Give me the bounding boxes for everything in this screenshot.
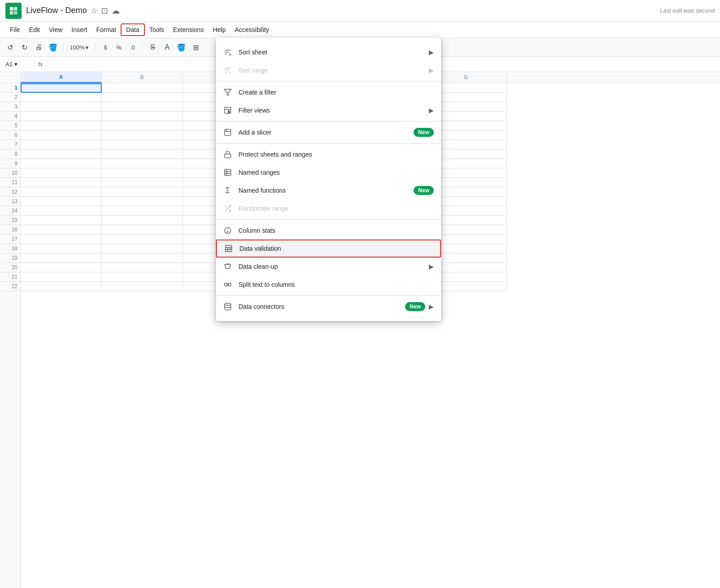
app-icon[interactable]	[5, 3, 22, 19]
svg-point-28	[227, 231, 228, 232]
cell-a22[interactable]	[21, 282, 102, 291]
redo-button[interactable]: ↻	[18, 41, 31, 54]
menu-extensions[interactable]: Extensions	[168, 24, 208, 35]
cell-a2[interactable]	[21, 93, 102, 102]
cell-a13[interactable]	[21, 197, 102, 206]
cell-b5[interactable]	[102, 121, 183, 131]
svg-rect-3	[10, 11, 13, 14]
named-functions-item[interactable]: Σ Named functions New	[216, 181, 441, 199]
cell-b1[interactable]	[102, 83, 183, 93]
menu-edit[interactable]: Edit	[25, 24, 45, 35]
sort-range-item: Sort range ▶	[216, 61, 441, 79]
cell-b13[interactable]	[102, 197, 183, 206]
undo-button[interactable]: ↺	[4, 41, 16, 54]
cell-a20[interactable]	[21, 263, 102, 272]
row-header-6: 6	[0, 131, 20, 140]
cell-b11[interactable]	[102, 178, 183, 187]
cell-b8[interactable]	[102, 149, 183, 159]
create-filter-item[interactable]: Create a filter	[216, 83, 441, 101]
cell-a16[interactable]	[21, 225, 102, 235]
cell-b9[interactable]	[102, 159, 183, 168]
cell-a1[interactable]	[21, 83, 102, 93]
print-button[interactable]: 🖨	[32, 41, 45, 54]
split-text-item[interactable]: Split text to columns	[216, 276, 441, 294]
cell-a21[interactable]	[21, 272, 102, 282]
sort-sheet-item[interactable]: Sort sheet ▶	[216, 43, 441, 61]
text-color-button[interactable]: A	[161, 41, 173, 54]
cell-a11[interactable]	[21, 178, 102, 187]
cell-a18[interactable]	[21, 244, 102, 253]
column-stats-item[interactable]: Column stats	[216, 222, 441, 240]
cell-b21[interactable]	[102, 272, 183, 282]
filter-views-item[interactable]: Filter views ▶	[216, 101, 441, 119]
currency-button[interactable]: $	[99, 41, 112, 54]
cell-reference[interactable]: A1 ▾	[4, 60, 31, 68]
add-slicer-item[interactable]: Add a slicer New	[216, 123, 441, 141]
cell-b16[interactable]	[102, 225, 183, 235]
cell-a14[interactable]	[21, 206, 102, 216]
cell-b4[interactable]	[102, 112, 183, 121]
cell-b18[interactable]	[102, 244, 183, 253]
folder-icon[interactable]: ⊡	[101, 6, 108, 16]
strikethrough-button[interactable]: S	[146, 41, 159, 54]
menu-data[interactable]: Data	[121, 23, 145, 36]
sort-section: Sort sheet ▶ Sort range ▶	[216, 41, 441, 81]
cell-b17[interactable]	[102, 235, 183, 244]
cell-a5[interactable]	[21, 121, 102, 131]
percent-button[interactable]: %	[112, 41, 125, 54]
data-connectors-item[interactable]: Data connectors New ▶	[216, 298, 441, 316]
connectors-section: Data connectors New ▶	[216, 295, 441, 317]
cell-a3[interactable]	[21, 102, 102, 112]
paint-format-button[interactable]: 🪣	[47, 41, 59, 54]
data-tools-section: Column stats Data validation	[216, 219, 441, 295]
cell-b3[interactable]	[102, 102, 183, 112]
random-icon	[223, 204, 232, 213]
star-icon[interactable]: ☆	[90, 6, 98, 16]
cell-b20[interactable]	[102, 263, 183, 272]
cloud-icon[interactable]: ☁	[112, 6, 120, 16]
cell-a19[interactable]	[21, 253, 102, 263]
cell-a4[interactable]	[21, 112, 102, 121]
menu-file[interactable]: File	[5, 24, 25, 35]
cell-b10[interactable]	[102, 168, 183, 178]
svg-rect-18	[225, 154, 231, 158]
protect-sheets-item[interactable]: Protect sheets and ranges	[216, 145, 441, 163]
data-validation-item[interactable]: Data validation	[216, 240, 441, 258]
cell-b14[interactable]	[102, 206, 183, 216]
cell-a7[interactable]	[21, 140, 102, 149]
menu-insert[interactable]: Insert	[67, 24, 92, 35]
row-header-17: 17	[0, 235, 20, 244]
svg-marker-14	[228, 111, 230, 113]
decimal-button[interactable]: .0	[126, 41, 139, 54]
formula-sep	[33, 60, 34, 69]
named-ranges-label: Named ranges	[238, 169, 434, 176]
borders-button[interactable]: ⊞	[189, 41, 202, 54]
named-ranges-item[interactable]: Named ranges	[216, 163, 441, 181]
cell-a10[interactable]	[21, 168, 102, 178]
toolbar-sep-3	[142, 43, 143, 52]
cell-b22[interactable]	[102, 282, 183, 291]
cell-b2[interactable]	[102, 93, 183, 102]
menu-tools[interactable]: Tools	[145, 24, 169, 35]
row-header-5: 5	[0, 121, 20, 131]
cell-a12[interactable]	[21, 187, 102, 197]
fill-color-button[interactable]: 🪣	[175, 41, 188, 54]
data-connectors-label: Data connectors	[238, 303, 405, 310]
cell-a9[interactable]	[21, 159, 102, 168]
menu-help[interactable]: Help	[208, 24, 230, 35]
row-header-4: 4	[0, 112, 20, 121]
menu-accessibility[interactable]: Accessibility	[230, 24, 274, 35]
cell-b12[interactable]	[102, 187, 183, 197]
cell-a6[interactable]	[21, 131, 102, 140]
menu-format[interactable]: Format	[92, 24, 121, 35]
cell-b19[interactable]	[102, 253, 183, 263]
menu-view[interactable]: View	[45, 24, 67, 35]
cell-b15[interactable]	[102, 216, 183, 225]
cell-a15[interactable]	[21, 216, 102, 225]
cell-b6[interactable]	[102, 131, 183, 140]
zoom-control[interactable]: 100% ▾	[67, 43, 91, 52]
cell-a17[interactable]	[21, 235, 102, 244]
cell-a8[interactable]	[21, 149, 102, 159]
data-cleanup-item[interactable]: Data clean-up ▶	[216, 258, 441, 276]
cell-b7[interactable]	[102, 140, 183, 149]
